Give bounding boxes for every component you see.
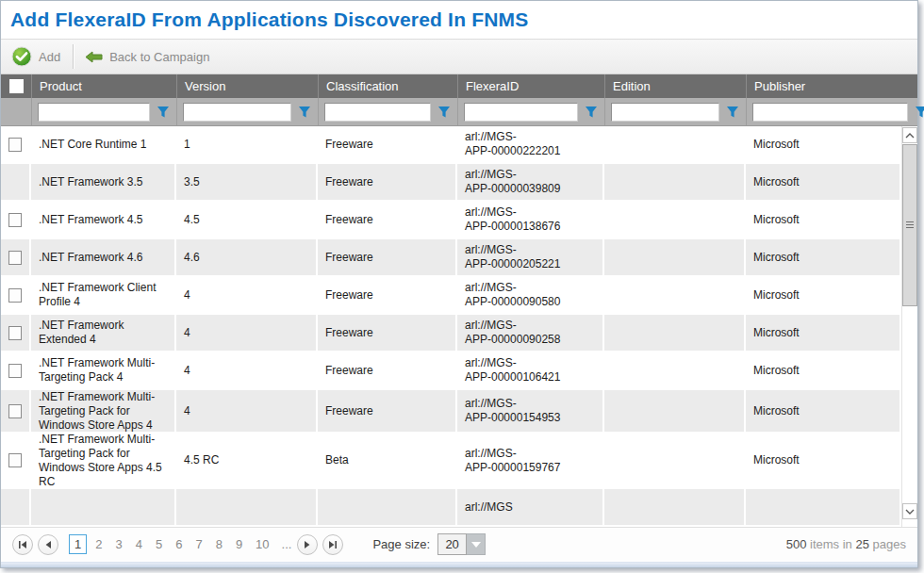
scrollbar-thumb[interactable] <box>902 144 917 306</box>
table-row: .NET Framework Client Profile 44Freeware… <box>1 277 901 315</box>
items-in-label: items in <box>810 537 852 551</box>
cell-flexera_id: arl://MGS-APP-00000159767 <box>457 434 604 487</box>
page-number[interactable]: 9 <box>231 535 247 553</box>
row-checkbox-cell <box>1 277 31 313</box>
page-number[interactable]: 10 <box>251 535 273 553</box>
row-checkbox[interactable] <box>8 251 22 265</box>
column-header-product[interactable]: Product <box>31 74 176 98</box>
row-checkbox[interactable] <box>8 138 22 152</box>
page-number[interactable]: 3 <box>110 535 126 553</box>
column-header-flexeraid[interactable]: FlexeraID <box>457 74 604 98</box>
filter-funnel-button[interactable] <box>297 106 312 119</box>
table-row: .NET Framework 4.64.6Freewarearl://MGS-A… <box>1 239 901 277</box>
cell-product: .NET Framework 4.5 <box>31 202 176 237</box>
page-number[interactable]: 7 <box>190 535 206 553</box>
cell-product: .NET Framework Multi-Targeting Pack for … <box>31 434 176 487</box>
cell-edition <box>604 489 746 525</box>
table-row: .NET Framework Extended 44Freewarearl://… <box>1 315 901 352</box>
cell-publisher: Microsoft <box>746 277 901 313</box>
page-number-list: 12345678910 <box>67 534 276 554</box>
table-row: .NET Framework 4.54.5Freewarearl://MGS-A… <box>1 202 901 239</box>
row-checkbox-cell <box>1 390 31 432</box>
prev-page-button[interactable] <box>38 534 58 555</box>
cell-version: 4 <box>176 315 318 351</box>
cell-version: 4.6 <box>176 239 318 275</box>
next-page-icon <box>304 540 311 549</box>
filter-input-edition[interactable] <box>611 103 719 122</box>
scroll-up-button[interactable] <box>902 127 917 143</box>
page-size-control: Page size: 20 <box>372 533 486 555</box>
column-header-publisher[interactable]: Publisher <box>746 74 917 98</box>
cell-edition <box>604 390 746 432</box>
page-number[interactable]: 8 <box>211 535 227 553</box>
current-page-number[interactable]: 1 <box>69 534 87 554</box>
filter-funnel-button[interactable] <box>725 106 740 119</box>
filter-funnel-button[interactable] <box>914 106 924 119</box>
filter-input-flexeraid[interactable] <box>464 103 578 122</box>
cell-publisher <box>746 489 901 525</box>
pager-ellipsis: ... <box>282 537 292 551</box>
page-size-select[interactable]: 20 <box>437 533 486 555</box>
table-row: .NET Framework 3.53.5Freewarearl://MGS-A… <box>1 164 901 202</box>
column-header-edition[interactable]: Edition <box>604 74 746 98</box>
last-page-button[interactable] <box>322 534 343 555</box>
row-checkbox[interactable] <box>8 213 22 227</box>
cell-classification <box>318 489 457 525</box>
cell-classification: Freeware <box>318 164 457 200</box>
cell-flexera_id: arl://MGS <box>457 489 604 525</box>
funnel-icon <box>585 106 598 119</box>
filter-funnel-button[interactable] <box>156 106 171 119</box>
scroll-down-button[interactable] <box>902 503 917 519</box>
cell-product: .NET Framework 3.5 <box>31 164 176 200</box>
funnel-icon <box>726 106 739 119</box>
row-checkbox-cell <box>1 164 31 200</box>
row-checkbox-cell <box>1 434 31 487</box>
cell-flexera_id: arl://MGS-APP-00000106421 <box>457 352 604 388</box>
filter-input-classification[interactable] <box>324 103 431 122</box>
first-page-button[interactable] <box>12 534 33 555</box>
cell-version: 4.5 <box>176 202 318 237</box>
cell-product: .NET Framework Multi-Targeting Pack 4 <box>31 352 176 388</box>
vertical-scrollbar[interactable] <box>901 126 917 527</box>
row-checkbox[interactable] <box>8 326 22 340</box>
page-size-dropdown-button[interactable] <box>467 533 486 555</box>
row-checkbox[interactable] <box>8 288 22 303</box>
filter-input-publisher[interactable] <box>752 103 908 122</box>
filter-input-version[interactable] <box>183 103 291 122</box>
scrollbar-grip-icon <box>906 221 914 229</box>
cell-publisher: Microsoft <box>746 164 901 200</box>
page-number[interactable]: 6 <box>171 535 187 553</box>
add-button[interactable]: Add <box>1 40 73 74</box>
column-header-version[interactable]: Version <box>176 74 318 98</box>
cell-edition <box>604 315 746 351</box>
row-checkbox-cell <box>1 315 31 351</box>
prev-page-icon <box>44 540 52 549</box>
page-number[interactable]: 4 <box>131 535 147 553</box>
row-checkbox[interactable] <box>8 364 22 378</box>
row-checkbox-cell <box>1 202 31 237</box>
cell-publisher: Microsoft <box>746 126 901 162</box>
pages-count: 25 <box>855 537 868 551</box>
cell-flexera_id: arl://MGS-APP-00000090580 <box>457 277 604 313</box>
back-to-campaign-button[interactable]: Back to Campaign <box>74 40 222 74</box>
page-number[interactable]: 2 <box>91 535 107 553</box>
row-checkbox-cell <box>1 489 31 525</box>
next-page-button[interactable] <box>297 534 318 555</box>
cell-publisher: Microsoft <box>746 434 901 487</box>
filter-cell-flexeraid <box>457 98 604 125</box>
filter-funnel-button[interactable] <box>437 106 452 119</box>
filter-input-product[interactable] <box>38 103 150 122</box>
row-checkbox[interactable] <box>8 453 22 467</box>
page-number[interactable]: 5 <box>151 535 167 553</box>
page-title: Add FlexeraID From Applications Discover… <box>10 8 529 31</box>
check-circle-icon <box>11 46 32 67</box>
select-all-checkbox[interactable] <box>9 79 24 93</box>
cell-edition <box>604 164 746 200</box>
filter-funnel-button[interactable] <box>584 106 599 119</box>
select-all-cell <box>1 74 31 98</box>
add-button-label: Add <box>39 50 60 64</box>
cell-version: 1 <box>176 126 318 162</box>
row-checkbox[interactable] <box>8 404 22 418</box>
column-header-classification[interactable]: Classification <box>318 74 457 98</box>
first-page-icon <box>18 540 27 549</box>
